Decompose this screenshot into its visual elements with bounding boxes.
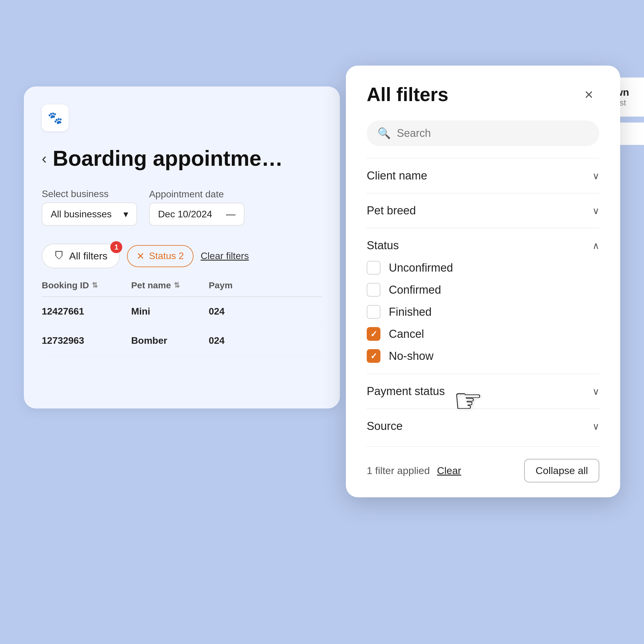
- column-booking-id[interactable]: Booking ID ⇅: [42, 280, 119, 290]
- filters-chip-row: ⛉ All filters 1 ✕ Status 2 Clear filters: [42, 235, 322, 268]
- column-payment[interactable]: Paym: [209, 280, 274, 290]
- col-label-pet-name: Pet name: [131, 280, 171, 290]
- option-unconfirmed[interactable]: Unconfirmed: [367, 261, 599, 275]
- select-business-group: Select business All businesses ▾: [42, 188, 137, 226]
- pet-breed-label: Pet breed: [367, 204, 416, 217]
- status-options: Unconfirmed Confirmed Finished Cancel No…: [367, 261, 599, 363]
- appointment-date-input[interactable]: Dec 10/2024 —: [149, 203, 244, 226]
- column-pet-name[interactable]: Pet name ⇅: [131, 280, 197, 290]
- select-business-label: Select business: [42, 188, 137, 199]
- chip-close-icon[interactable]: ✕: [137, 250, 145, 262]
- option-label-confirmed: Confirmed: [389, 284, 441, 296]
- sort-icon-pet-name: ⇅: [174, 281, 180, 290]
- search-box[interactable]: 🔍: [367, 120, 599, 146]
- clear-link[interactable]: Clear: [437, 465, 461, 476]
- col-label-payment: Paym: [209, 280, 233, 290]
- page-title-row: ‹ Boarding appointment list: [42, 146, 322, 171]
- footer-left: 1 filter applied Clear: [367, 465, 461, 476]
- modal-header: All filters ×: [367, 83, 599, 106]
- collapse-all-button[interactable]: Collapse all: [524, 459, 599, 482]
- all-filters-button[interactable]: ⛉ All filters 1: [42, 244, 120, 268]
- option-label-no-show: No-show: [389, 350, 434, 363]
- status-section-header[interactable]: Status ∧: [367, 239, 599, 252]
- filter-section-status: Status ∧ Unconfirmed Confirmed Finished …: [367, 228, 599, 374]
- filters-badge: 1: [110, 241, 122, 253]
- source-label: Source: [367, 420, 403, 433]
- table-header: Booking ID ⇅ Pet name ⇅ Paym: [42, 274, 322, 297]
- appointment-date-group: Appointment date Dec 10/2024 —: [149, 189, 244, 226]
- cell-booking-id-2: 12732963: [42, 335, 119, 346]
- search-icon: 🔍: [377, 127, 391, 140]
- payment-status-label: Payment status: [367, 385, 445, 398]
- status-chip[interactable]: ✕ Status 2: [127, 245, 193, 267]
- col-label-booking-id: Booking ID: [42, 280, 89, 290]
- chevron-down-icon: ▾: [123, 208, 128, 220]
- checkbox-unconfirmed[interactable]: [367, 261, 380, 275]
- chevron-down-client-name: ∨: [592, 170, 599, 182]
- filter-section-pet-breed: Pet breed ∨: [367, 193, 599, 228]
- status-label: Status: [367, 239, 399, 252]
- select-business-dropdown[interactable]: All businesses ▾: [42, 202, 137, 226]
- checkbox-no-show[interactable]: [367, 349, 380, 363]
- option-no-show[interactable]: No-show: [367, 349, 599, 363]
- appointment-date-label: Appointment date: [149, 189, 244, 200]
- option-finished[interactable]: Finished: [367, 305, 599, 319]
- cell-date-2: 024: [209, 335, 274, 346]
- chevron-down-source: ∨: [592, 421, 599, 432]
- filter-count: 1 filter applied: [367, 465, 430, 476]
- pet-breed-header[interactable]: Pet breed ∨: [367, 204, 599, 217]
- modal-close-button[interactable]: ×: [578, 84, 599, 105]
- filter-section-source: Source ∨: [367, 408, 599, 443]
- option-label-unconfirmed: Unconfirmed: [389, 261, 453, 274]
- status-chip-label: Status 2: [149, 250, 184, 261]
- option-label-cancel: Cancel: [389, 328, 424, 340]
- cell-pet-name-2: Bomber: [131, 335, 197, 346]
- clear-filters-button[interactable]: Clear filters: [201, 250, 249, 261]
- page-title: Boarding appointment list: [53, 146, 291, 171]
- table-row: 12427661 Mini 024: [42, 297, 322, 326]
- logo-box: 🐾: [42, 104, 69, 131]
- option-confirmed[interactable]: Confirmed: [367, 283, 599, 297]
- checkbox-finished[interactable]: [367, 305, 380, 319]
- cell-pet-name-1: Mini: [131, 306, 197, 317]
- client-name-header[interactable]: Client name ∨: [367, 169, 599, 182]
- chevron-up-status: ∧: [592, 240, 599, 251]
- calendar-icon: —: [226, 209, 236, 220]
- cell-date-1: 024: [209, 306, 274, 317]
- modal-title: All filters: [367, 83, 448, 106]
- filter-section-client-name: Client name ∨: [367, 158, 599, 193]
- sort-icon-booking-id: ⇅: [92, 281, 98, 290]
- checkbox-confirmed[interactable]: [367, 283, 380, 297]
- select-business-value: All businesses: [51, 209, 112, 220]
- back-arrow-icon[interactable]: ‹: [42, 150, 47, 167]
- modal-footer: 1 filter applied Clear Collapse all: [367, 446, 599, 482]
- payment-status-header[interactable]: Payment status ∨: [367, 385, 599, 398]
- appointment-date-value: Dec 10/2024: [158, 209, 212, 220]
- option-label-finished: Finished: [389, 306, 432, 318]
- checkbox-cancel[interactable]: [367, 327, 380, 341]
- filter-icon: ⛉: [54, 250, 64, 262]
- cell-booking-id-1: 12427661: [42, 306, 119, 317]
- chevron-down-payment: ∨: [592, 386, 599, 397]
- search-input[interactable]: [397, 127, 589, 140]
- table-row: 12732963 Bomber 024: [42, 326, 322, 355]
- filter-section-payment-status: Payment status ∨: [367, 374, 599, 408]
- filter-modal: All filters × 🔍 Client name ∨ Pet breed …: [346, 66, 620, 497]
- all-filters-label: All filters: [69, 250, 107, 262]
- client-name-label: Client name: [367, 169, 427, 182]
- background-card: 🐾 ‹ Boarding appointment list Select bus…: [24, 86, 340, 408]
- chevron-down-pet-breed: ∨: [592, 205, 599, 216]
- source-header[interactable]: Source ∨: [367, 420, 599, 433]
- logo-icon: 🐾: [48, 111, 63, 125]
- option-cancel[interactable]: Cancel: [367, 327, 599, 341]
